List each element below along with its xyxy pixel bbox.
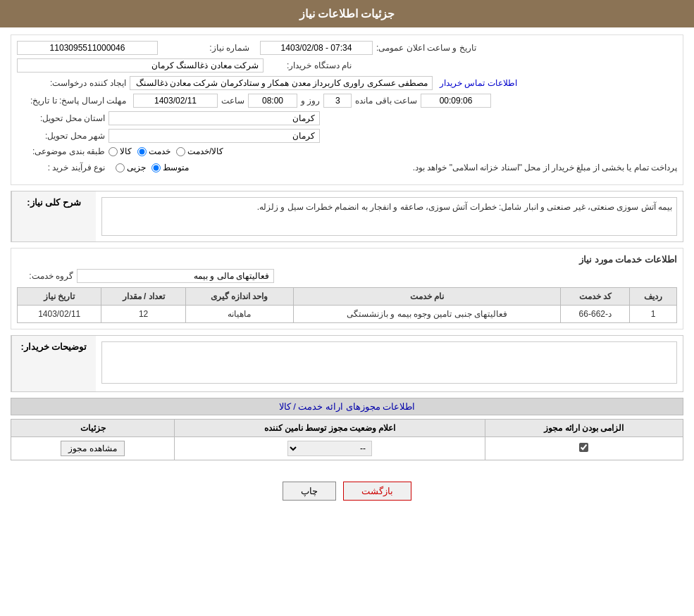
cell-radif: 1 [630,306,677,323]
tamas-link[interactable]: اطلاعات تماس خریدار [440,78,517,88]
cell-vahed: ماهیانه [185,306,293,323]
license-cell-status: -- [175,437,485,460]
khedmat-radio[interactable] [137,147,147,156]
col-radif: ردیف [630,288,677,306]
mohlat-label: مهلت ارسال پاسخ: تا تاریخ: [17,96,130,106]
saat-field[interactable] [248,94,297,108]
col-kod: کد خدمت [561,288,630,306]
table-row: 1 د-662-66 فعالیتهای جنبی تامین وجوه بیم… [18,306,677,323]
license-cell-details: مشاهده مجوز [11,437,175,460]
shahr-field[interactable] [109,129,320,143]
page-title: جزئیات اطلاعات نیاز [0,0,694,27]
shomare-niaz-field[interactable] [17,41,158,55]
ostan-label: استان محل تحویل: [17,113,109,123]
license-cell-elzami [485,437,683,460]
status-select[interactable]: -- [287,441,372,456]
shahr-label: شهر محل تحویل: [17,131,109,141]
roz-field[interactable] [323,94,352,108]
baghimande-label: ساعت باقی مانده [355,96,417,106]
buyer-notes-label: توضیحات خریدار: [21,341,87,352]
license-section-title: اطلاعات مجوزهای ارائه خدمت / کالا [279,401,416,412]
jozi-label: جزیی [127,163,146,172]
motavasset-label: متوسط [163,163,189,172]
baghimande-field[interactable] [421,94,491,108]
cell-tarikh: 1403/02/11 [18,306,101,323]
kala-khedmat-label: کالا/خدمت [187,146,223,156]
col-tarikh: تاریخ نیاز [18,288,101,306]
khedmat-label: خدمت [149,146,171,156]
license-col-status: اعلام وضعیت مجوز توسط نامین کننده [175,420,485,437]
kala-label: کالا [120,146,132,156]
ijad-field[interactable] [130,76,433,90]
buyer-notes-textarea[interactable] [101,341,677,384]
license-col-elzami: الزامی بودن ارائه مجوز [485,420,683,437]
view-license-button[interactable]: مشاهده مجوز [61,441,124,456]
col-name: نام خدمت [293,288,561,306]
ostan-field[interactable] [109,111,320,125]
date-field[interactable] [133,94,218,108]
cell-tedad: 12 [101,306,185,323]
tabaqe-label: طبقه بندی موضوعی: [17,146,109,156]
license-table: الزامی بودن ارائه مجوز اعلام وضعیت مجوز … [11,419,683,460]
saat-label: ساعت [221,96,244,106]
roz-label: روز و [301,96,320,106]
jozi-radio[interactable] [116,163,125,172]
motavasset-radio[interactable] [151,163,161,172]
elzami-checkbox[interactable] [579,443,588,452]
shomare-niaz-label: شماره نیاز: [161,43,253,53]
col-vahed: واحد اندازه گیری [185,288,293,306]
cell-kod: د-662-66 [561,306,630,323]
footer-buttons: بازگشت چاپ [11,471,683,511]
no-farayand-label: نوع فرآیند خرید : [17,163,109,172]
license-col-details: جزئیات [11,420,175,437]
services-title: اطلاعات خدمات مورد نیاز [17,254,677,265]
nam-dastgah-field[interactable] [17,58,264,73]
cell-name: فعالیتهای جنبی تامین وجوه بیمه و بازنشست… [293,306,561,323]
services-table: ردیف کد خدمت نام خدمت واحد اندازه گیری ت… [17,287,677,323]
back-button[interactable]: بازگشت [343,482,411,501]
description-label: شرح کلی نیاز: [27,197,81,208]
kala-radio[interactable] [109,147,118,156]
ijad-label: ایجاد کننده درخواست: [17,78,130,88]
license-row: -- مشاهده مجوز [11,437,683,460]
print-button[interactable]: چاپ [283,482,336,501]
note-text: پرداخت تمام یا بخشی از مبلغ خریدار از مح… [189,160,677,175]
col-tedad: تعداد / مقدار [101,288,185,306]
tarikh-label: تاریخ و ساعت اعلان عمومی: [376,43,480,53]
service-group-label: گروه خدمت: [17,271,73,281]
description-content: بیمه آتش سوزی صنعتی، غیر صنعتی و انبار ش… [101,197,677,236]
service-group-field[interactable] [77,269,274,283]
tarikh-field[interactable] [260,41,373,55]
nam-dastgah-label: نام دستگاه خریدار: [264,61,355,70]
kala-khedmat-radio[interactable] [176,147,185,156]
